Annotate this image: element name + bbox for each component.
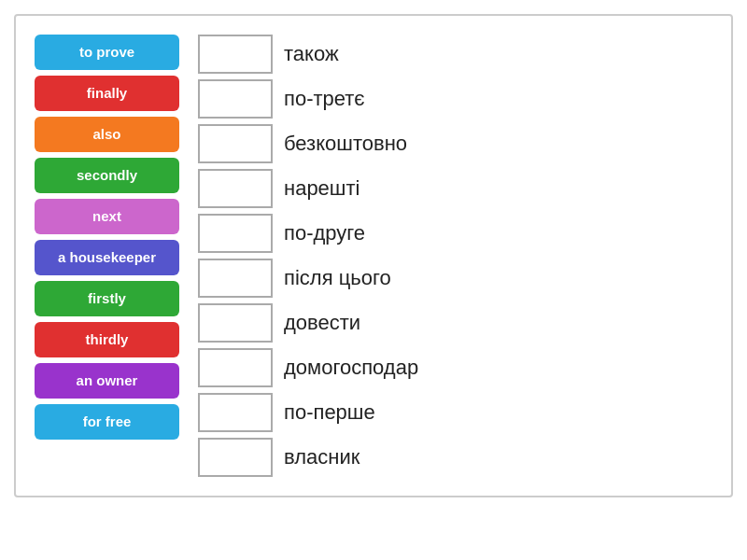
word-btn-next[interactable]: next <box>35 199 179 234</box>
translation-label-po-trete: по-третє <box>284 87 365 111</box>
match-input-vlasnyk[interactable] <box>198 438 273 477</box>
match-row-vlasnyk: власник <box>198 438 712 477</box>
translation-label-dovesty: довести <box>284 311 360 335</box>
match-row-po-druhe: по-друге <box>198 214 712 253</box>
word-btn-thirdly[interactable]: thirdly <box>35 322 179 357</box>
match-row-pislia-tsoho: після цього <box>198 259 712 298</box>
match-input-po-trete[interactable] <box>198 79 273 119</box>
translation-label-bezkoshtovno: безкоштовно <box>284 132 407 156</box>
word-btn-finally[interactable]: finally <box>35 76 179 111</box>
match-row-domohospodar: домогосподар <box>198 348 712 387</box>
translation-label-vlasnyk: власник <box>284 445 359 469</box>
translation-label-nareshti: нарешті <box>284 176 359 201</box>
word-btn-firstly[interactable]: firstly <box>35 281 179 316</box>
word-btn-also[interactable]: also <box>35 117 179 152</box>
match-row-po-trete: по-третє <box>198 79 712 119</box>
match-row-nareshti: нарешті <box>198 169 712 208</box>
match-row-bezkoshtovno: безкоштовно <box>198 124 712 163</box>
translation-label-po-pershe: по-перше <box>284 400 375 425</box>
match-row-takozh: також <box>198 35 712 74</box>
translations-column: такожпо-третєбезкоштовнонарештіпо-другеп… <box>198 35 712 477</box>
translation-label-pislia-tsoho: після цього <box>284 266 391 290</box>
translation-label-domohospodar: домогосподар <box>284 356 418 380</box>
match-input-dovesty[interactable] <box>198 303 273 343</box>
word-btn-to-prove[interactable]: to prove <box>35 35 179 70</box>
word-btn-for-free[interactable]: for free <box>35 404 179 440</box>
match-input-po-druhe[interactable] <box>198 214 273 253</box>
match-input-domohospodar[interactable] <box>198 348 273 387</box>
match-input-takozh[interactable] <box>198 35 273 74</box>
translation-label-po-druhe: по-друге <box>284 221 365 245</box>
match-input-bezkoshtovno[interactable] <box>198 124 273 163</box>
match-input-po-pershe[interactable] <box>198 393 273 432</box>
match-input-nareshti[interactable] <box>198 169 273 208</box>
word-btn-a-housekeeper[interactable]: a housekeeper <box>35 240 179 275</box>
main-container: to provefinallyalsosecondlynexta houseke… <box>14 14 733 497</box>
translation-label-takozh: також <box>284 42 339 66</box>
match-input-pislia-tsoho[interactable] <box>198 259 273 298</box>
match-row-po-pershe: по-перше <box>198 393 712 432</box>
match-row-dovesty: довести <box>198 303 712 343</box>
word-btn-secondly[interactable]: secondly <box>35 158 179 193</box>
word-btn-an-owner[interactable]: an owner <box>35 363 179 399</box>
words-column: to provefinallyalsosecondlynexta houseke… <box>35 35 179 477</box>
